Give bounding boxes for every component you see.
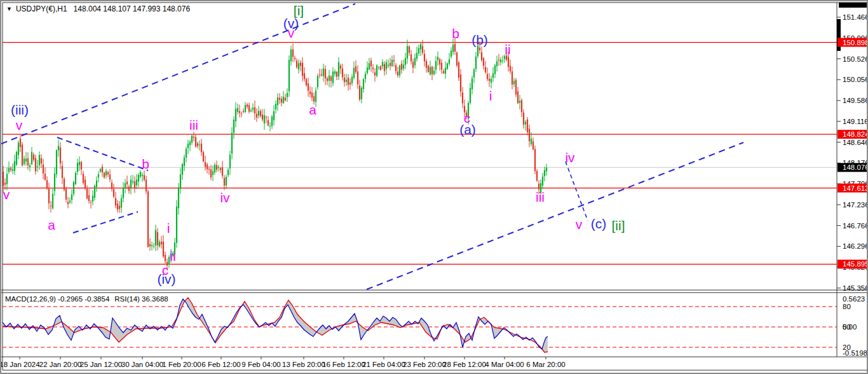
price-tag-value: 147.613 [843,184,868,192]
chart-title: ▼USDJPY(€),H1148.004 148.107 147.993 148… [6,4,190,13]
symbol-period-label: USDJPY(€),H1 [16,4,67,13]
macd-values-label: MACD(12,26,9) -0.2965 -0.3854 [5,295,109,303]
svg-text:148.646: 148.646 [843,139,868,146]
svg-text:147.236: 147.236 [843,201,868,209]
time-label[interactable]: 23 Feb 20:00 [403,361,446,368]
wave-label[interactable]: v [288,25,295,40]
price-tag-value: 145.895 [843,260,868,268]
time-label[interactable]: 9 Feb 04:00 [241,361,280,368]
chart-canvas[interactable]: (iii)vvabiiic(iv)iiiiv[i](v)vab(b)iiic(a… [1,1,868,374]
svg-text:-0.5198: -0.5198 [843,349,867,357]
wave-label[interactable]: a [48,218,55,232]
time-label[interactable]: 22 Jan 20:00 [39,361,82,368]
price-tag-value: 150.898 [843,39,868,46]
ohlc-values: 148.004 148.107 147.993 148.076 [74,4,191,13]
wave-label[interactable]: a [309,102,316,117]
svg-text:146.766: 146.766 [843,222,868,230]
wave-label[interactable]: (iii) [11,102,29,117]
wave-label[interactable]: (iv) [157,272,175,286]
svg-text:0.00: 0.00 [843,323,857,331]
time-label[interactable]: 16 Feb 12:00 [322,361,365,368]
time-label[interactable]: 6 Feb 12:00 [201,361,240,368]
wave-label[interactable]: iii [536,190,545,204]
wave-label[interactable]: b [142,156,149,171]
wave-label[interactable]: iii [189,118,198,132]
time-label[interactable]: 4 Mar 04:00 [485,361,524,368]
svg-text:80: 80 [843,303,851,310]
time-label[interactable]: 1 Feb 20:00 [162,361,201,368]
time-label[interactable]: 28 Feb 12:00 [443,361,486,368]
wave-label[interactable]: iv [220,190,230,205]
wave-label[interactable]: ii [170,249,175,263]
time-label[interactable]: 6 Mar 20:00 [526,361,565,368]
svg-text:150.056: 150.056 [843,76,868,83]
wave-label[interactable]: v [576,217,583,232]
price-tag-value: 148.076 [843,163,868,171]
rsi-value-label: RSI(14) 36.3688 [114,295,168,303]
time-label[interactable]: 21 Feb 04:00 [362,361,405,368]
wave-label[interactable]: [ii] [612,218,625,233]
time-label[interactable]: 25 Jan 12:00 [80,361,123,368]
wave-label[interactable]: i [489,88,492,103]
indicator-label: MACD(12,26,9) -0.2965 -0.3854RSI(14) 36.… [5,295,173,303]
wave-label[interactable]: (a) [459,122,476,137]
time-label[interactable]: 30 Jan 04:00 [121,361,164,368]
svg-text:149.116: 149.116 [843,118,868,125]
svg-text:145.356: 145.356 [843,284,868,292]
svg-text:149.586: 149.586 [843,97,868,104]
wave-label[interactable]: v [16,118,23,132]
wave-label[interactable]: ii [505,42,510,57]
chart-window: ▼USDJPY(€),H1148.004 148.107 147.993 148… [0,0,868,374]
svg-text:150.526: 150.526 [843,55,868,63]
wave-label[interactable]: v [3,187,10,202]
wave-label[interactable]: i [167,221,170,235]
price-tag-value: 148.824 [843,130,868,138]
symbol-dropdown-arrow-icon[interactable]: ▼ [6,6,12,12]
svg-text:151.466: 151.466 [843,13,868,21]
svg-text:0.5623: 0.5623 [843,295,865,303]
wave-label[interactable]: (b) [471,32,488,47]
axis-top-marker [839,3,868,8]
wave-label[interactable]: b [452,26,459,41]
time-label[interactable]: 18 Jan 2024 [1,361,40,368]
wave-label[interactable]: iv [565,150,575,165]
svg-text:146.296: 146.296 [843,242,868,250]
time-label[interactable]: 13 Feb 20:00 [282,361,325,368]
wave-label[interactable]: (c) [591,216,607,231]
